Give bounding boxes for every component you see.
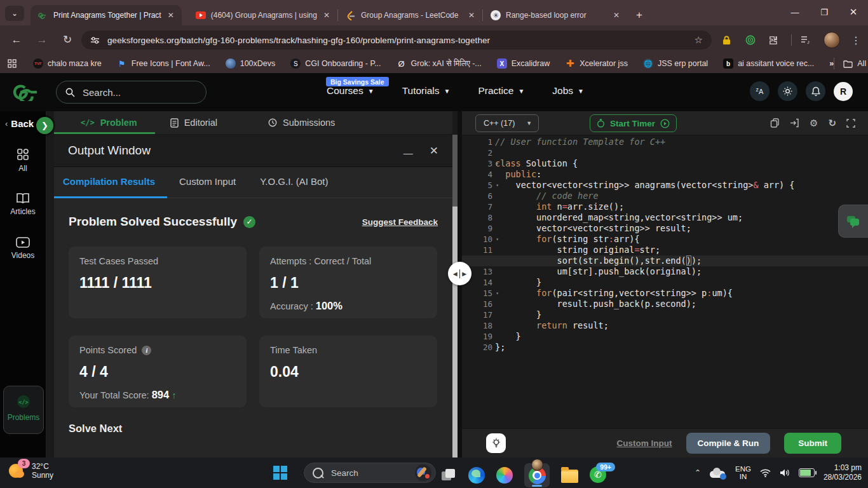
tray-expand-icon[interactable]: ⌃ xyxy=(695,468,701,477)
code-line[interactable]: } xyxy=(495,277,868,288)
sidebar-item-all[interactable]: All xyxy=(0,148,46,173)
nav-tutorials[interactable]: Tutorials▼ xyxy=(402,85,451,97)
close-icon[interactable]: ✕ xyxy=(430,144,438,158)
snipping-tool-icon[interactable] xyxy=(442,468,457,483)
tab-problem[interactable]: </> Problem xyxy=(81,118,137,128)
back-button[interactable]: ← xyxy=(4,34,29,46)
notifications-bell-icon[interactable] xyxy=(806,81,825,101)
clock-widget[interactable]: 1:03 pm 28/03/2026 xyxy=(824,463,862,482)
line-number[interactable]: 20 xyxy=(462,342,495,353)
code-line[interactable]: public: xyxy=(495,169,868,180)
code-line[interactable]: for(string str:arr){ xyxy=(495,234,868,245)
bookmark-item[interactable]: bai assitant voice rec... xyxy=(723,58,814,69)
line-number[interactable]: 7 xyxy=(462,201,495,212)
whatsapp-icon[interactable]: ✆ 99+ xyxy=(590,466,607,484)
code-line[interactable]: vector<vector<string>> anagrams(vector<s… xyxy=(495,180,868,191)
line-number[interactable]: 4 xyxy=(462,169,495,180)
code-line[interactable]: sort(str.begin(),str.end()); xyxy=(495,255,868,266)
code-line[interactable]: for(pair<string,vector<string>> p:um){ xyxy=(495,288,868,299)
scrollbar-thumb[interactable] xyxy=(452,207,458,458)
sidebar-item-articles[interactable]: Articles xyxy=(0,193,46,216)
bookmark-item[interactable]: SCGI Onboarding - P... xyxy=(290,58,381,69)
battery-icon[interactable] xyxy=(799,468,815,477)
nav-jobs[interactable]: Jobs▼ xyxy=(552,85,584,97)
bookmark-item[interactable]: 🌐JSS erp portal xyxy=(643,58,708,69)
start-button[interactable] xyxy=(273,466,287,480)
wifi-icon[interactable] xyxy=(760,469,771,477)
tab-close-icon[interactable]: ✕ xyxy=(166,11,175,20)
info-icon[interactable]: i xyxy=(142,346,151,355)
bookmark-item[interactable]: 100xDevs xyxy=(226,58,276,69)
translate-icon[interactable]: zA xyxy=(750,81,770,101)
code-line[interactable]: string original=str; xyxy=(495,245,868,255)
taskbar-search[interactable] xyxy=(304,463,436,483)
extensions-puzzle-icon[interactable] xyxy=(768,36,782,45)
all-bookmarks-button[interactable]: All Bookmarks xyxy=(843,59,868,68)
line-number[interactable]: 16 xyxy=(462,299,495,309)
user-avatar[interactable]: R xyxy=(834,82,853,101)
compile-run-button[interactable]: Compile & Run xyxy=(686,433,771,454)
bookmark-item[interactable]: ⚑Free Icons | Font Aw... xyxy=(117,58,210,69)
line-number[interactable]: 17 xyxy=(462,309,495,320)
cricket-score-icon[interactable] xyxy=(415,464,431,481)
browser-tab[interactable]: ✳ Range-based loop error ✕ xyxy=(483,5,627,25)
theme-toggle-icon[interactable] xyxy=(778,81,797,101)
adblock-extension-icon[interactable] xyxy=(745,35,759,45)
sidebar-item-problems[interactable]: </> Problems xyxy=(3,386,44,434)
forward-button[interactable]: → xyxy=(29,34,55,46)
site-info-icon[interactable] xyxy=(90,36,100,45)
code-line[interactable]: class Solution { xyxy=(495,158,868,169)
tab-close-icon[interactable]: ✕ xyxy=(322,11,331,20)
chat-widget-button[interactable] xyxy=(838,205,868,238)
window-minimize-button[interactable]: — xyxy=(780,8,810,17)
bookmark-item[interactable]: ØGrok: xAI से मिलिए -... xyxy=(397,58,482,69)
line-number[interactable]: 5▾ xyxy=(462,180,495,191)
address-bar[interactable]: geeksforgeeks.org/batch/gfg-160-problems… xyxy=(81,30,712,50)
tab-editorial[interactable]: Editorial xyxy=(170,118,217,128)
minimize-icon[interactable]: — xyxy=(403,147,413,158)
suggest-feedback-link[interactable]: Suggest Feedback xyxy=(362,217,438,227)
code-line[interactable]: um[str].push_back(original); xyxy=(495,266,868,277)
code-line[interactable]: // User function Template for C++ xyxy=(495,137,868,147)
tab-close-icon[interactable]: ✕ xyxy=(612,11,621,20)
line-number[interactable]: 3▾ xyxy=(462,158,495,169)
new-tab-button[interactable]: + xyxy=(631,7,648,24)
code-line[interactable]: } xyxy=(495,309,868,320)
fullscreen-icon[interactable] xyxy=(846,119,855,128)
line-number[interactable]: 2 xyxy=(462,147,495,158)
tab-close-icon[interactable]: ✕ xyxy=(467,11,476,20)
code-line[interactable] xyxy=(495,147,868,158)
reload-button[interactable]: ↻ xyxy=(55,33,80,46)
chrome-taskbar-active[interactable] xyxy=(524,463,550,487)
edge-browser-icon[interactable] xyxy=(468,467,485,484)
code-line[interactable]: unordered_map<string,vector<string>> um; xyxy=(495,212,868,223)
panel-scrollbar[interactable] xyxy=(452,135,458,458)
code-line[interactable]: vector<vector<string>> result; xyxy=(495,223,868,234)
volume-icon[interactable] xyxy=(780,468,790,477)
tab-submissions[interactable]: Submissions xyxy=(268,118,335,128)
code-area[interactable]: 123▾45▾678910▾1112131415▾1617181920 // U… xyxy=(462,135,868,430)
bookmark-item[interactable]: ✚Xcelerator jss xyxy=(565,58,628,69)
code-line[interactable]: // code here xyxy=(495,191,868,201)
panel-resize-handle[interactable]: ◀▶ xyxy=(448,262,471,285)
language-selector[interactable]: C++ (17) ▼ xyxy=(475,114,539,132)
gfg-search-input[interactable] xyxy=(81,86,186,98)
tray-cloud-icon[interactable] xyxy=(710,468,726,478)
window-restore-button[interactable]: ❐ xyxy=(810,8,839,17)
chrome-menu-icon[interactable]: ⋮ xyxy=(849,34,863,46)
output-window-titlebar[interactable]: Output Window — ✕ xyxy=(54,135,452,167)
reading-list-icon[interactable]: ♪ xyxy=(801,36,815,44)
custom-input-link[interactable]: Custom Input xyxy=(617,438,672,448)
bookmarks-overflow-chevron[interactable]: » xyxy=(829,59,834,68)
submit-button[interactable]: Submit xyxy=(784,433,841,454)
code-line[interactable]: } xyxy=(495,331,868,342)
language-indicator[interactable]: ENG IN xyxy=(735,465,751,481)
copy-icon[interactable] xyxy=(770,118,780,128)
settings-gear-icon[interactable]: ⚙ xyxy=(810,118,818,129)
browser-profile-avatar[interactable] xyxy=(824,32,840,48)
file-explorer-icon[interactable] xyxy=(561,470,578,483)
reset-code-icon[interactable]: ↻ xyxy=(828,118,836,129)
weather-widget[interactable]: 3 32°C Sunny xyxy=(8,461,53,480)
tab-custom-input[interactable]: Custom Input xyxy=(179,176,236,187)
line-number[interactable]: 9 xyxy=(462,223,495,234)
